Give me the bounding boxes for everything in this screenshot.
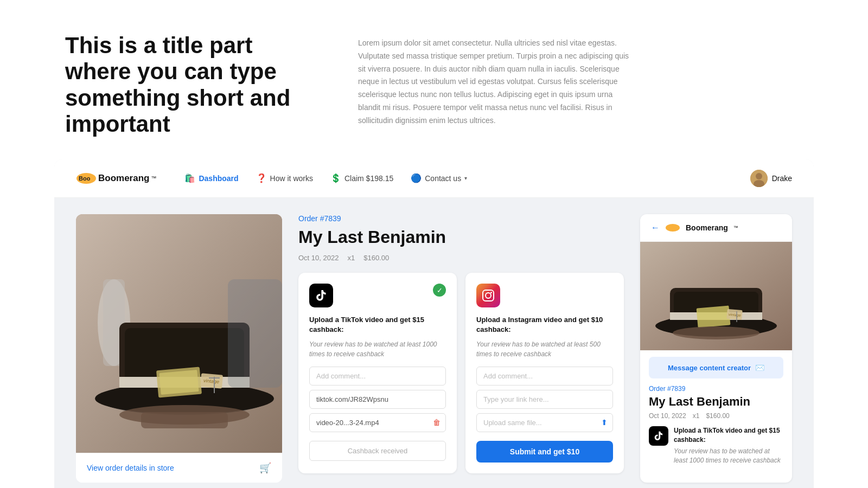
nav-claim[interactable]: 💲 Claim $198.15 xyxy=(330,171,393,185)
message-creator-label: Message content creator xyxy=(668,364,751,372)
tiktok-comment-input[interactable] xyxy=(309,367,446,386)
svg-point-25 xyxy=(666,224,680,232)
preview-price: $160.00 xyxy=(706,412,729,420)
tiktok-link-input[interactable] xyxy=(309,390,446,409)
app-container: Boo Boomerang™ 🛍️ Dashboard ❓ How it wor… xyxy=(54,159,814,488)
preview-tiktok-title: Upload a TikTok video and get $15 cashba… xyxy=(674,426,783,445)
dollar-circle-icon: 💲 xyxy=(330,173,341,183)
shopping-bag-icon: 🛍️ xyxy=(184,173,195,183)
order-meta: Oct 10, 2022 x1 $160.00 xyxy=(298,254,624,262)
hat-illustration: vintage xyxy=(76,214,282,453)
navbar: Boo Boomerang™ 🛍️ Dashboard ❓ How it wor… xyxy=(54,159,814,198)
preview-product-image: vintage xyxy=(640,242,792,350)
view-order-link[interactable]: View order details in store xyxy=(87,464,174,472)
preview-logo-icon xyxy=(665,223,680,232)
order-quantity: x1 xyxy=(347,254,355,262)
hero-section: This is a title part where you can type … xyxy=(0,0,868,159)
user-menu[interactable]: Drake xyxy=(750,170,792,187)
envelope-icon: ✉️ xyxy=(755,363,764,372)
instagram-file-input[interactable] xyxy=(476,413,613,432)
cashback-cards: ✓ Upload a TikTok video and get $15 cash… xyxy=(298,273,624,473)
nav-dashboard[interactable]: 🛍️ Dashboard xyxy=(184,171,238,185)
logo-tm: ™ xyxy=(151,175,156,181)
preview-title: My Last Benjamin xyxy=(649,395,783,409)
preview-body: Order #7839 My Last Benjamin Oct 10, 202… xyxy=(640,385,792,473)
svg-point-24 xyxy=(490,292,492,293)
instagram-card-header xyxy=(476,284,613,307)
svg-text:Boo: Boo xyxy=(79,175,91,182)
preview-order-label: Order #7839 xyxy=(649,385,783,393)
trash-icon[interactable]: 🗑 xyxy=(433,418,441,427)
upload-icon[interactable]: ⬆ xyxy=(601,418,608,427)
tiktok-card-desc: Your review has to be watched at least 1… xyxy=(309,339,446,359)
preview-date: Oct 10, 2022 xyxy=(649,412,686,420)
message-creator-button[interactable]: Message content creator ✉️ xyxy=(649,357,783,378)
hero-description: Lorem ipsum dolor sit amet consectetur. … xyxy=(358,37,629,127)
chevron-down-icon: ▾ xyxy=(464,175,467,181)
order-date: Oct 10, 2022 xyxy=(298,254,339,262)
logo[interactable]: Boo Boomerang™ xyxy=(76,172,156,184)
submit-button[interactable]: Submit and get $10 xyxy=(476,441,613,463)
instagram-card-desc: Your review has to be watched at least 5… xyxy=(476,339,613,359)
nav-dashboard-label: Dashboard xyxy=(199,174,238,183)
svg-point-3 xyxy=(756,173,762,179)
avatar xyxy=(750,170,768,187)
order-price: $160.00 xyxy=(363,254,389,262)
tiktok-check-badge: ✓ xyxy=(433,284,446,297)
tiktok-platform-icon xyxy=(309,284,333,307)
preview-meta: Oct 10, 2022 x1 $160.00 xyxy=(649,412,783,420)
order-label: Order #7839 xyxy=(298,214,624,223)
order-title: My Last Benjamin xyxy=(298,227,624,247)
svg-point-23 xyxy=(486,293,491,298)
tiktok-card-title: Upload a TikTok video and get $15 cashba… xyxy=(309,315,446,335)
instagram-card-title: Upload a Instagram video and get $10 cas… xyxy=(476,315,613,335)
preview-panel: ← Boomerang™ xyxy=(640,214,792,483)
preview-logo-text: Boomerang xyxy=(686,223,728,232)
preview-quantity: x1 xyxy=(693,412,700,420)
nav-claim-label: Claim $198.15 xyxy=(344,174,393,183)
order-panel: Order #7839 My Last Benjamin Oct 10, 202… xyxy=(298,214,624,483)
tiktok-card-header: ✓ xyxy=(309,284,446,307)
svg-point-36 xyxy=(673,326,760,339)
product-panel: vintage View order details in store 🛒 xyxy=(76,214,282,483)
svg-rect-32 xyxy=(697,306,731,328)
at-sign-icon: 🔵 xyxy=(411,173,422,183)
preview-tiktok-desc: Your review has to be watched at least 1… xyxy=(674,447,783,465)
svg-rect-14 xyxy=(159,370,199,395)
cart-icon[interactable]: 🛒 xyxy=(259,462,271,474)
preview-hat-illustration: vintage xyxy=(640,242,792,350)
nav-contact[interactable]: 🔵 Contact us ▾ xyxy=(411,171,467,185)
nav-how-it-works[interactable]: ❓ How it works xyxy=(256,171,313,185)
preview-tiktok-text: Upload a TikTok video and get $15 cashba… xyxy=(674,426,783,465)
tiktok-file-input[interactable] xyxy=(309,413,446,432)
preview-tiktok-icon xyxy=(649,426,668,446)
instagram-file-input-wrapper: ⬆ xyxy=(476,413,613,432)
product-image: vintage xyxy=(76,214,282,453)
svg-rect-22 xyxy=(483,290,494,301)
instagram-platform-icon xyxy=(476,284,500,307)
tiktok-card: ✓ Upload a TikTok video and get $15 cash… xyxy=(298,273,457,473)
svg-rect-21 xyxy=(228,279,282,388)
nav-contact-label: Contact us xyxy=(425,174,461,183)
question-circle-icon: ❓ xyxy=(256,173,267,183)
nav-how-it-works-label: How it works xyxy=(270,174,313,183)
boomerang-logo-icon: Boo xyxy=(76,172,97,184)
content-area: vintage View order details in store 🛒 xyxy=(54,198,814,488)
preview-header: ← Boomerang™ xyxy=(640,214,792,242)
tiktok-file-input-wrapper: 🗑 xyxy=(309,413,446,432)
instagram-comment-input[interactable] xyxy=(476,367,613,386)
view-order-bar: View order details in store 🛒 xyxy=(76,453,282,483)
instagram-link-input[interactable] xyxy=(476,390,613,409)
avatar-image xyxy=(750,170,768,187)
svg-rect-20 xyxy=(141,412,228,428)
instagram-card: Upload a Instagram video and get $10 cas… xyxy=(465,273,624,473)
cashback-received-button[interactable]: Cashback received xyxy=(309,441,446,461)
hero-title: This is a title part where you can type … xyxy=(65,33,315,137)
back-arrow-icon[interactable]: ← xyxy=(651,223,660,233)
user-name: Drake xyxy=(772,174,792,183)
logo-text: Boomerang xyxy=(98,173,149,184)
preview-logo-tm: ™ xyxy=(733,225,738,230)
preview-tiktok-section: Upload a TikTok video and get $15 cashba… xyxy=(649,426,783,465)
